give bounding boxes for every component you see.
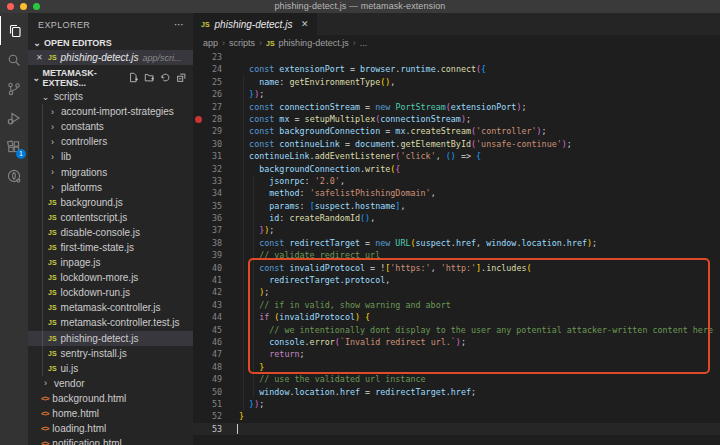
code-line-35[interactable]: 35 params: [suspect.hostname],: [193, 200, 720, 212]
line-number[interactable]: 37: [193, 224, 222, 236]
line-number[interactable]: 52: [193, 410, 222, 422]
tree-item-disable-console-js[interactable]: JSdisable-console.js: [28, 225, 193, 240]
line-number[interactable]: 31: [193, 150, 222, 162]
workspace-section-header[interactable]: ⌄ METAMASK-EXTENS...: [28, 70, 193, 85]
search-icon[interactable]: [0, 45, 28, 74]
breadcrumb-file[interactable]: phishing-detect.js: [279, 38, 349, 48]
line-number[interactable]: 35: [193, 200, 222, 212]
tree-item-lockdown-run-js[interactable]: JSlockdown-run.js: [28, 285, 193, 300]
code-line-23[interactable]: 23: [193, 51, 720, 63]
tree-item-account-import-strategies[interactable]: ›account-import-strategies: [28, 104, 193, 119]
tree-item-ui-js[interactable]: JSui.js: [28, 361, 193, 376]
line-number[interactable]: 24: [193, 63, 222, 75]
tree-item-controllers[interactable]: ›controllers: [28, 134, 193, 149]
line-number[interactable]: 32: [193, 163, 222, 175]
code-line-34[interactable]: 34 method: 'safelistPhishingDomain',: [193, 187, 720, 199]
minimize-window-button[interactable]: [20, 3, 27, 10]
source-control-icon[interactable]: [0, 74, 28, 103]
tree-item-background-js[interactable]: JSbackground.js: [28, 195, 193, 210]
line-number[interactable]: 42: [193, 286, 222, 298]
tree-item-phishing-detect-js[interactable]: JSphishing-detect.js: [28, 331, 193, 346]
breadcrumb-app[interactable]: app: [203, 38, 218, 48]
code-line-27[interactable]: 27 const connectionStream = new PortStre…: [193, 101, 720, 113]
line-number[interactable]: 41: [193, 274, 222, 286]
tree-item-migrations[interactable]: ›migrations: [28, 164, 193, 179]
tab-phishing-detect[interactable]: JS phishing-detect.js ✕: [193, 13, 317, 35]
tree-item-inpage-js[interactable]: JSinpage.js: [28, 255, 193, 270]
refresh-icon[interactable]: [160, 72, 171, 83]
line-number[interactable]: 40: [193, 262, 222, 274]
code-line-36[interactable]: 36 id: createRandomId(),: [193, 212, 720, 224]
tree-item-lockdown-more-js[interactable]: JSlockdown-more.js: [28, 270, 193, 285]
line-number[interactable]: 43: [193, 299, 222, 311]
run-debug-icon[interactable]: [0, 103, 28, 132]
code-line-52[interactable]: 52}: [193, 410, 720, 422]
tree-item-lib[interactable]: ›lib: [28, 149, 193, 164]
line-number[interactable]: 50: [193, 386, 222, 398]
collapse-all-icon[interactable]: [176, 72, 187, 83]
line-number[interactable]: 39: [193, 249, 222, 261]
open-editor-phishing-detect[interactable]: ✕ JS phishing-detect.js app/scri...: [28, 50, 193, 65]
breadcrumb-scripts[interactable]: scripts: [229, 38, 255, 48]
line-number[interactable]: 30: [193, 138, 222, 150]
tree-item-sentry-install-js[interactable]: JSsentry-install.js: [28, 346, 193, 361]
extension-circle-icon[interactable]: [0, 161, 28, 190]
line-number[interactable]: 36: [193, 212, 222, 224]
line-number[interactable]: 51: [193, 398, 222, 410]
line-number[interactable]: 44: [193, 311, 222, 323]
open-editors-section-header[interactable]: ⌄ OPEN EDITORS: [28, 35, 193, 50]
code-line-25[interactable]: 25 name: getEnvironmentType(),: [193, 76, 720, 88]
code-line-31[interactable]: 31 continueLink.addEventListener('click'…: [193, 150, 720, 162]
explorer-icon[interactable]: [0, 16, 28, 45]
line-number[interactable]: 46: [193, 336, 222, 348]
breadcrumb-symbol[interactable]: ...: [360, 38, 368, 48]
tree-item-notification-html[interactable]: <>notification.html: [28, 436, 193, 445]
tree-item-contentscript-js[interactable]: JScontentscript.js: [28, 210, 193, 225]
new-folder-icon[interactable]: [144, 72, 155, 83]
close-tab-icon[interactable]: ✕: [301, 19, 309, 29]
code-line-30[interactable]: 30 const continueLink = document.getElem…: [193, 138, 720, 150]
line-number[interactable]: 45: [193, 324, 222, 336]
tree-item-background-html[interactable]: <>background.html: [28, 391, 193, 406]
tree-item-loading-html[interactable]: <>loading.html: [28, 421, 193, 436]
code-line-38[interactable]: 38 const redirectTarget = new URL(suspec…: [193, 237, 720, 249]
line-number[interactable]: 34: [193, 187, 222, 199]
tree-item-scripts[interactable]: ⌄scripts: [28, 89, 193, 104]
code-line-53[interactable]: 53: [193, 423, 720, 435]
line-number[interactable]: 38: [193, 237, 222, 249]
code-line-32[interactable]: 32 backgroundConnection.write({: [193, 163, 720, 175]
line-number[interactable]: 33: [193, 175, 222, 187]
code-editor[interactable]: 2324 const extensionPort = browser.runti…: [193, 51, 720, 445]
line-number[interactable]: 25: [193, 76, 222, 88]
code-line-37[interactable]: 37 });: [193, 224, 720, 236]
code-line-33[interactable]: 33 jsonrpc: '2.0',: [193, 175, 720, 187]
tree-item-first-time-state-js[interactable]: JSfirst-time-state.js: [28, 240, 193, 255]
line-number[interactable]: 48: [193, 361, 222, 373]
new-file-icon[interactable]: [128, 72, 139, 83]
breakpoint-icon[interactable]: [195, 116, 202, 123]
tree-item-platforms[interactable]: ›platforms: [28, 180, 193, 195]
tree-item-vendor[interactable]: ›vendor: [28, 376, 193, 391]
code-line-28[interactable]: 28 const mx = setupMultiplex(connectionS…: [193, 113, 720, 125]
code-line-26[interactable]: 26 });: [193, 88, 720, 100]
zoom-window-button[interactable]: [33, 3, 40, 10]
tree-item-metamask-controller-test-js[interactable]: JSmetamask-controller.test.js: [28, 315, 193, 330]
line-number[interactable]: 47: [193, 348, 222, 360]
line-number[interactable]: 53: [193, 423, 222, 435]
code-line-50[interactable]: 50 window.location.href = redirectTarget…: [193, 386, 720, 398]
code-line-24[interactable]: 24 const extensionPort = browser.runtime…: [193, 63, 720, 75]
explorer-more-actions-icon[interactable]: ⋯: [174, 19, 185, 30]
code-line-51[interactable]: 51 });: [193, 398, 720, 410]
line-number[interactable]: 29: [193, 125, 222, 137]
code-line-49[interactable]: 49 // use the validated url instance: [193, 373, 720, 385]
tree-item-constants[interactable]: ›constants: [28, 119, 193, 134]
line-number[interactable]: 27: [193, 101, 222, 113]
code-line-29[interactable]: 29 const backgroundConnection = mx.creat…: [193, 125, 720, 137]
line-number[interactable]: 26: [193, 88, 222, 100]
close-window-button[interactable]: [7, 3, 14, 10]
line-number[interactable]: 49: [193, 373, 222, 385]
line-number[interactable]: 23: [193, 51, 222, 63]
extensions-icon[interactable]: 1: [0, 132, 28, 161]
tree-item-home-html[interactable]: <>home.html: [28, 406, 193, 421]
close-editor-icon[interactable]: ✕: [36, 53, 44, 62]
